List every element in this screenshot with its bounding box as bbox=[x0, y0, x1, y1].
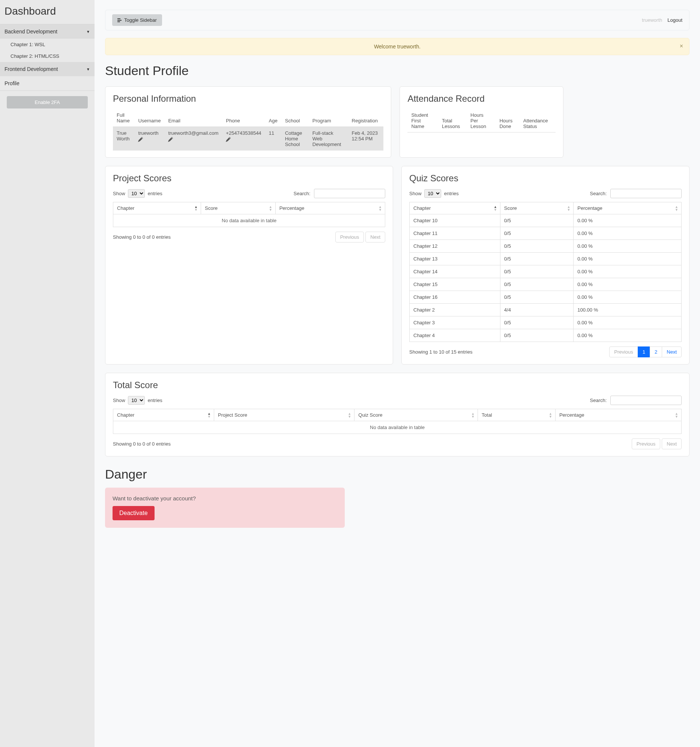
col-chapter[interactable]: Chapter▲▼ bbox=[410, 202, 501, 214]
table-row: Chapter 160/50.00 % bbox=[410, 291, 682, 304]
attendance-card: Attendance Record Student First Name Tot… bbox=[400, 86, 563, 158]
nav-category-backend[interactable]: Backend Development ▼ bbox=[0, 24, 95, 39]
main-content: Toggle Sidebar trueworth Logout Welcome … bbox=[95, 0, 700, 747]
nav-sub-chapter-1[interactable]: Chapter 1: WSL bbox=[0, 39, 95, 50]
prev-page-button[interactable]: Previous bbox=[609, 346, 638, 357]
cell-percentage: 0.00 % bbox=[573, 265, 682, 278]
table-row: Chapter 120/50.00 % bbox=[410, 240, 682, 253]
edit-username-icon[interactable] bbox=[138, 137, 143, 143]
prev-page-button[interactable]: Previous bbox=[335, 231, 364, 242]
cell-chapter: Chapter 4 bbox=[410, 329, 501, 342]
alert-close-button[interactable]: × bbox=[680, 43, 683, 50]
col-status: Attendance Status bbox=[520, 109, 555, 133]
next-page-button[interactable]: Next bbox=[662, 346, 682, 357]
cell-chapter: Chapter 2 bbox=[410, 304, 501, 316]
alert-text: Welcome trueworth. bbox=[374, 44, 421, 50]
current-user[interactable]: trueworth bbox=[642, 17, 662, 23]
nav-category-frontend[interactable]: Frontend Development ▼ bbox=[0, 62, 95, 76]
page-title: Student Profile bbox=[105, 64, 689, 78]
sort-icon: ▲▼ bbox=[567, 205, 570, 211]
cell-score: 0/5 bbox=[500, 278, 573, 291]
col-quiz-score[interactable]: Quiz Score▲▼ bbox=[355, 409, 478, 421]
cell-score: 0/5 bbox=[500, 253, 573, 265]
toggle-sidebar-button[interactable]: Toggle Sidebar bbox=[112, 14, 162, 26]
cell-score: 0/5 bbox=[500, 265, 573, 278]
edit-phone-icon[interactable] bbox=[226, 137, 231, 143]
total-page-size-select[interactable]: 10 bbox=[128, 396, 145, 405]
nav-item-profile[interactable]: Profile bbox=[0, 76, 95, 91]
toggle-sidebar-label: Toggle Sidebar bbox=[124, 17, 157, 23]
edit-email-icon[interactable] bbox=[168, 137, 173, 143]
quiz-search-input[interactable] bbox=[610, 189, 682, 198]
col-score[interactable]: Score▲▼ bbox=[500, 202, 573, 214]
cell-registration: Feb 4, 2023 12:54 PM bbox=[348, 127, 384, 151]
col-percentage[interactable]: Percentage▲▼ bbox=[275, 202, 385, 214]
caret-down-icon: ▼ bbox=[86, 30, 90, 34]
enable-2fa-button[interactable]: Enable 2FA bbox=[7, 96, 88, 109]
sort-icon: ▲▼ bbox=[675, 205, 678, 211]
col-percentage[interactable]: Percentage▲▼ bbox=[555, 409, 681, 421]
col-school: School bbox=[281, 109, 309, 127]
cell-score: 0/5 bbox=[500, 240, 573, 253]
card-title: Personal Information bbox=[113, 94, 383, 104]
cell-score: 0/5 bbox=[500, 227, 573, 240]
cell-score: 0/5 bbox=[500, 316, 573, 329]
table-row: Chapter 30/50.00 % bbox=[410, 316, 682, 329]
sort-icon: ▲▼ bbox=[269, 205, 272, 211]
col-hours-per-lesson: Hours Per Lesson bbox=[467, 109, 496, 133]
welcome-alert: Welcome trueworth. × bbox=[105, 38, 689, 55]
cell-percentage: 100.00 % bbox=[573, 304, 682, 316]
no-data-message: No data available in table bbox=[113, 214, 385, 227]
col-score[interactable]: Score▲▼ bbox=[201, 202, 276, 214]
col-program: Program bbox=[309, 109, 348, 127]
cell-program: Full-stack Web Development bbox=[309, 127, 348, 151]
total-score-table: Chapter▲▼ Project Score▲▼ Quiz Score▲▼ T… bbox=[113, 409, 682, 434]
card-title: Total Score bbox=[113, 380, 682, 390]
caret-down-icon: ▼ bbox=[86, 67, 90, 71]
sidebar: Dashboard Backend Development ▼ Chapter … bbox=[0, 0, 95, 747]
cell-chapter: Chapter 3 bbox=[410, 316, 501, 329]
col-username: Username bbox=[134, 109, 164, 127]
danger-title: Danger bbox=[105, 467, 689, 482]
next-page-button[interactable]: Next bbox=[365, 231, 385, 242]
col-phone: Phone bbox=[222, 109, 265, 127]
cell-chapter: Chapter 15 bbox=[410, 278, 501, 291]
project-search-input[interactable] bbox=[314, 189, 385, 198]
table-row: Chapter 150/50.00 % bbox=[410, 278, 682, 291]
cell-chapter: Chapter 14 bbox=[410, 265, 501, 278]
nav-sub-chapter-2[interactable]: Chapter 2: HTML/CSS bbox=[0, 50, 95, 62]
page-1-button[interactable]: 1 bbox=[638, 346, 650, 357]
project-scores-table: Chapter▲▼ Score▲▼ Percentage▲▼ No data a… bbox=[113, 202, 385, 227]
deactivate-button[interactable]: Deactivate bbox=[113, 506, 155, 520]
cell-percentage: 0.00 % bbox=[573, 291, 682, 304]
project-page-size-select[interactable]: 10 bbox=[128, 189, 145, 198]
col-chapter[interactable]: Chapter▲▼ bbox=[113, 202, 201, 214]
table-row: True Worth trueworth trueworth3@gmail.co… bbox=[113, 127, 383, 151]
sort-icon: ▲▼ bbox=[471, 412, 475, 418]
card-title: Attendance Record bbox=[407, 94, 555, 104]
prev-page-button[interactable]: Previous bbox=[632, 439, 661, 449]
next-page-button[interactable]: Next bbox=[662, 439, 682, 449]
col-percentage[interactable]: Percentage▲▼ bbox=[573, 202, 682, 214]
sort-icon: ▲▼ bbox=[379, 205, 382, 211]
sort-icon: ▲▼ bbox=[675, 412, 678, 418]
table-row: Chapter 130/50.00 % bbox=[410, 253, 682, 265]
cell-percentage: 0.00 % bbox=[573, 316, 682, 329]
cell-percentage: 0.00 % bbox=[573, 240, 682, 253]
col-total[interactable]: Total▲▼ bbox=[478, 409, 555, 421]
logout-link[interactable]: Logout bbox=[667, 17, 682, 23]
quiz-page-size-select[interactable]: 10 bbox=[424, 189, 441, 198]
col-project-score[interactable]: Project Score▲▼ bbox=[214, 409, 355, 421]
total-search-input[interactable] bbox=[610, 396, 682, 405]
table-info: Showing 0 to 0 of 0 entries bbox=[113, 441, 171, 447]
topbar: Toggle Sidebar trueworth Logout bbox=[105, 10, 689, 30]
table-row: Chapter 100/50.00 % bbox=[410, 214, 682, 227]
page-2-button[interactable]: 2 bbox=[650, 346, 662, 357]
sort-icon: ▲▼ bbox=[494, 205, 497, 211]
table-info: Showing 1 to 10 of 15 entries bbox=[409, 349, 472, 355]
card-title: Project Scores bbox=[113, 173, 385, 184]
cell-percentage: 0.00 % bbox=[573, 214, 682, 227]
col-full-name: Full Name bbox=[113, 109, 134, 127]
cell-email: trueworth3@gmail.com bbox=[164, 127, 222, 151]
col-chapter[interactable]: Chapter▲▼ bbox=[113, 409, 214, 421]
